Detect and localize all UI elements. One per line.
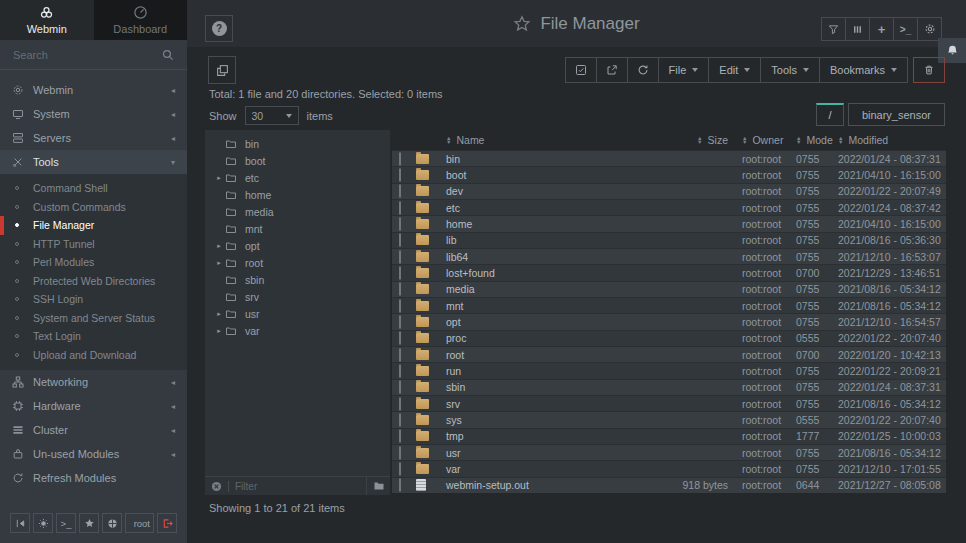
tree-item-boot[interactable]: boot	[205, 152, 390, 169]
language-button[interactable]	[102, 513, 122, 533]
table-row-sys[interactable]: sysroot:root05552022/01/22 - 20:07:40	[392, 411, 946, 427]
sidebar-item-ssh-login[interactable]: SSH Login	[0, 290, 187, 309]
table-row-sbin[interactable]: sbinroot:root07552022/01/24 - 08:37:31	[392, 379, 946, 395]
tree-item-root[interactable]: ▸root	[205, 254, 390, 271]
row-checkbox[interactable]	[399, 462, 401, 476]
tab-webmin[interactable]: Webmin	[0, 0, 94, 40]
sidebar-item-servers[interactable]: Servers◂	[0, 126, 187, 150]
tab-dashboard[interactable]: Dashboard	[94, 0, 188, 40]
page-size-select[interactable]: 30	[245, 106, 299, 125]
row-checkbox[interactable]	[399, 315, 401, 329]
logout-button[interactable]	[157, 513, 177, 533]
search-input[interactable]	[13, 49, 156, 61]
column-header-size[interactable]: ▲▼ Size	[670, 134, 728, 146]
expand-arrow-icon[interactable]: ▸	[213, 242, 225, 250]
tree-item-home[interactable]: home	[205, 186, 390, 203]
row-checkbox[interactable]	[399, 429, 401, 443]
row-checkbox[interactable]	[399, 413, 401, 427]
table-row-mnt[interactable]: mntroot:root07552021/08/16 - 05:34:12	[392, 297, 946, 313]
tree-item-usr[interactable]: ▸usr	[205, 305, 390, 322]
clear-filter-icon[interactable]	[211, 481, 222, 492]
breadcrumb-root-button[interactable]: /	[816, 103, 844, 126]
table-row-var[interactable]: varroot:root07552021/12/10 - 17:01:55	[392, 460, 946, 476]
row-checkbox[interactable]	[399, 478, 401, 492]
row-checkbox[interactable]	[399, 397, 401, 411]
edit-menu-button[interactable]: Edit	[708, 57, 761, 83]
tree-item-sbin[interactable]: sbin	[205, 271, 390, 288]
expand-arrow-icon[interactable]: ▸	[213, 327, 225, 335]
tree-item-srv[interactable]: srv	[205, 288, 390, 305]
tree-item-etc[interactable]: ▸etc	[205, 169, 390, 186]
row-checkbox[interactable]	[399, 152, 401, 166]
table-row-etc[interactable]: etcroot:root07552022/01/24 - 08:37:42	[392, 199, 946, 215]
sidebar-item-hardware[interactable]: Hardware◂	[0, 394, 187, 418]
share-button[interactable]	[596, 57, 628, 83]
add-button[interactable]: +	[869, 17, 894, 41]
bookmarks-menu-button[interactable]: Bookmarks	[819, 57, 908, 83]
row-checkbox[interactable]	[399, 168, 401, 182]
sidebar-item-un-used-modules[interactable]: Un-used Modules◂	[0, 442, 187, 466]
tree-folder-button[interactable]	[366, 477, 390, 495]
sidebar-item-refresh-modules[interactable]: Refresh Modules	[0, 466, 187, 490]
user-button[interactable]: root	[125, 513, 154, 533]
tree-item-opt[interactable]: ▸opt	[205, 237, 390, 254]
tools-menu-button[interactable]: Tools	[760, 57, 820, 83]
sidebar-item-custom-commands[interactable]: Custom Commands	[0, 198, 187, 217]
column-header-mode[interactable]: ▲▼ Mode	[794, 134, 838, 146]
row-checkbox[interactable]	[399, 184, 401, 198]
sidebar-item-protected-web-directories[interactable]: Protected Web Directories	[0, 272, 187, 291]
table-row-srv[interactable]: srvroot:root07552021/08/16 - 05:34:12	[392, 395, 946, 411]
row-checkbox[interactable]	[399, 217, 401, 231]
row-checkbox[interactable]	[399, 348, 401, 362]
sidebar-item-perl-modules[interactable]: Perl Modules	[0, 253, 187, 272]
table-row-webmin-setup-out[interactable]: webmin-setup.out918 bytesroot:root064420…	[392, 477, 946, 493]
row-checkbox[interactable]	[399, 299, 401, 313]
select-all-button[interactable]	[565, 57, 597, 83]
table-row-lost-found[interactable]: lost+foundroot:root07002021/12/29 - 13:4…	[392, 264, 946, 280]
table-row-dev[interactable]: devroot:root07552022/01/22 - 20:07:49	[392, 183, 946, 199]
table-row-boot[interactable]: bootroot:root07552021/04/10 - 16:15:00	[392, 166, 946, 182]
table-row-run[interactable]: runroot:root07552022/01/22 - 20:09:21	[392, 362, 946, 378]
expand-arrow-icon[interactable]: ▸	[213, 259, 225, 267]
row-checkbox[interactable]	[399, 380, 401, 394]
tree-filter-input[interactable]	[235, 481, 366, 492]
expand-arrow-icon[interactable]: ▸	[213, 174, 225, 182]
file-menu-button[interactable]: File	[658, 57, 710, 83]
trash-button[interactable]	[913, 57, 945, 83]
sidebar-item-command-shell[interactable]: Command Shell	[0, 179, 187, 198]
row-checkbox[interactable]	[399, 250, 401, 264]
theme-sun-button[interactable]	[33, 513, 53, 533]
collapse-sidebar-button[interactable]	[10, 513, 30, 533]
tree-item-media[interactable]: media	[205, 203, 390, 220]
favorites-button[interactable]	[79, 513, 99, 533]
table-row-opt[interactable]: optroot:root07552021/12/10 - 16:54:57	[392, 313, 946, 329]
column-header-owner[interactable]: ▲▼ Owner	[728, 134, 794, 146]
table-row-media[interactable]: mediaroot:root07552021/08/16 - 05:34:12	[392, 281, 946, 297]
table-row-proc[interactable]: procroot:root05552022/01/22 - 20:07:40	[392, 330, 946, 346]
shell-button[interactable]: >_	[56, 513, 76, 533]
row-checkbox[interactable]	[399, 233, 401, 247]
row-checkbox[interactable]	[399, 331, 401, 345]
sidebar-item-cluster[interactable]: Cluster◂	[0, 418, 187, 442]
table-row-lib[interactable]: libroot:root07552021/08/16 - 05:36:30	[392, 232, 946, 248]
sidebar-item-upload-and-download[interactable]: Upload and Download	[0, 346, 187, 365]
filter-button[interactable]	[821, 17, 846, 41]
row-checkbox[interactable]	[399, 266, 401, 280]
table-row-bin[interactable]: binroot:root07552022/01/24 - 08:37:31	[392, 150, 946, 166]
favorite-star-icon[interactable]	[513, 15, 531, 33]
sidebar-item-webmin[interactable]: Webmin◂	[0, 78, 187, 102]
table-row-lib64[interactable]: lib64root:root07552021/12/10 - 16:53:07	[392, 248, 946, 264]
expand-arrow-icon[interactable]: ▸	[213, 310, 225, 318]
sidebar-item-http-tunnel[interactable]: HTTP Tunnel	[0, 235, 187, 254]
sidebar-item-file-manager[interactable]: File Manager	[0, 216, 187, 235]
column-header-name[interactable]: ▲▼ Name	[446, 134, 670, 146]
refresh-button[interactable]	[627, 57, 659, 83]
copy-path-button[interactable]	[208, 56, 236, 84]
row-checkbox[interactable]	[399, 201, 401, 215]
sidebar-item-system-and-server-status[interactable]: System and Server Status	[0, 309, 187, 328]
row-checkbox[interactable]	[399, 282, 401, 296]
tree-item-mnt[interactable]: mnt	[205, 220, 390, 237]
sidebar-item-networking[interactable]: Networking◂	[0, 370, 187, 394]
tree-item-bin[interactable]: bin	[205, 135, 390, 152]
row-checkbox[interactable]	[399, 364, 401, 378]
